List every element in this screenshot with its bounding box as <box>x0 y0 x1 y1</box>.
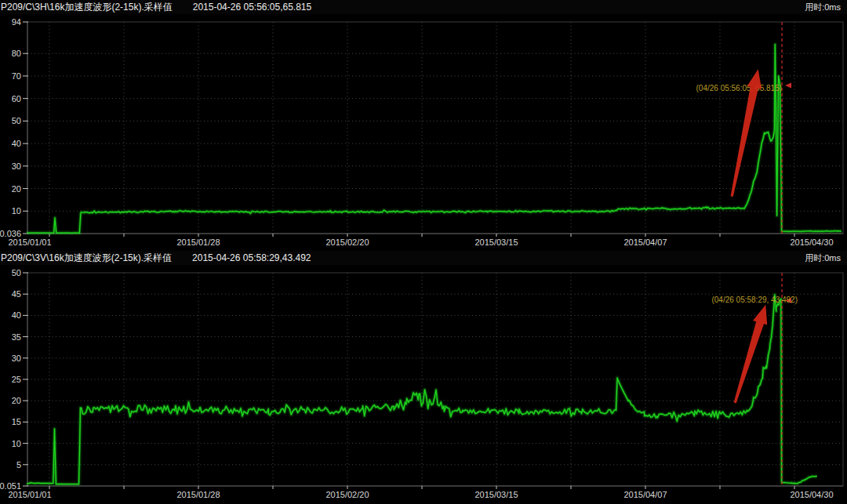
svg-text:25: 25 <box>12 375 21 384</box>
svg-text:20: 20 <box>12 396 21 405</box>
elapsed-time: 用时:0ms <box>805 0 841 14</box>
x-axis-labels: 2015/01/012015/01/282015/02/202015/03/15… <box>8 490 833 499</box>
svg-text:10: 10 <box>12 206 21 216</box>
svg-text:2015/01/28: 2015/01/28 <box>176 490 220 499</box>
x-axis-labels: 2015/01/012015/01/282015/02/202015/03/15… <box>8 237 833 247</box>
vibration-trend-window: P209/C\3H\16k加速度波形(2-15k).采样值 2015-04-26… <box>0 0 847 504</box>
svg-text:2015/03/15: 2015/03/15 <box>474 237 518 247</box>
svg-text:2015/02/20: 2015/02/20 <box>325 490 369 499</box>
svg-text:40: 40 <box>12 139 21 148</box>
series-trace <box>27 45 842 234</box>
annotation-label: (04/26 05:58:29, 43.492) <box>711 296 798 304</box>
svg-text:2015/01/01: 2015/01/01 <box>8 237 51 247</box>
svg-text:2015/01/01: 2015/01/01 <box>8 490 51 499</box>
svg-text:80: 80 <box>12 49 21 58</box>
cursor-readout: 2015-04-26 05:56:05,65.815 <box>193 0 311 14</box>
cursor-readout: 2015-04-26 05:58:29,43.492 <box>192 251 311 265</box>
svg-text:60: 60 <box>12 94 21 103</box>
chart-header-3v: P209/C\3V\16k加速度波形(2-15k).采样值 2015-04-26… <box>0 251 847 265</box>
svg-text:35: 35 <box>12 332 21 342</box>
trend-chart-3v[interactable]: 50454035302520151050.0512015/01/012015/0… <box>0 265 847 504</box>
svg-text:15: 15 <box>12 417 21 426</box>
trend-arrow <box>734 305 768 404</box>
svg-text:30: 30 <box>12 354 21 363</box>
trend-chart-3h[interactable]: 9480706050403020100.0362015/01/012015/01… <box>0 14 847 251</box>
chart-panel-3h: P209/C\3H\16k加速度波形(2-15k).采样值 2015-04-26… <box>0 0 847 251</box>
grid: 9480706050403020100.036 <box>0 17 843 238</box>
svg-text:94: 94 <box>12 17 21 27</box>
svg-text:2015/01/28: 2015/01/28 <box>176 237 220 247</box>
plot-frame <box>27 273 843 486</box>
svg-text:2015/02/20: 2015/02/20 <box>325 237 369 247</box>
svg-text:2015/04/07: 2015/04/07 <box>623 237 667 247</box>
svg-text:10: 10 <box>12 439 21 448</box>
svg-text:2015/03/15: 2015/03/15 <box>474 490 518 499</box>
svg-text:50: 50 <box>12 116 21 125</box>
svg-text:70: 70 <box>12 71 21 81</box>
chart-header-3h: P209/C\3H\16k加速度波形(2-15k).采样值 2015-04-26… <box>0 0 847 14</box>
chart-panel-3v: P209/C\3V\16k加速度波形(2-15k).采样值 2015-04-26… <box>0 251 847 504</box>
chart-title: P209/C\3V\16k加速度波形(2-15k).采样值 <box>1 251 172 265</box>
svg-text:2015/04/30: 2015/04/30 <box>790 237 833 247</box>
svg-text:2015/04/07: 2015/04/07 <box>623 490 667 499</box>
annotation-label: (04/26 05:56:05, 65.815) <box>696 84 783 92</box>
svg-text:5: 5 <box>16 460 21 470</box>
chart-title: P209/C\3H\16k加速度波形(2-15k).采样值 <box>1 0 173 14</box>
cursor-point-marker <box>785 82 791 88</box>
elapsed-time: 用时:0ms <box>805 251 841 265</box>
svg-text:20: 20 <box>12 184 21 194</box>
svg-text:50: 50 <box>12 268 21 277</box>
svg-text:2015/04/30: 2015/04/30 <box>790 490 833 499</box>
svg-text:30: 30 <box>12 161 21 171</box>
svg-text:45: 45 <box>12 289 21 299</box>
plot-frame <box>27 22 843 234</box>
svg-text:40: 40 <box>12 310 21 320</box>
